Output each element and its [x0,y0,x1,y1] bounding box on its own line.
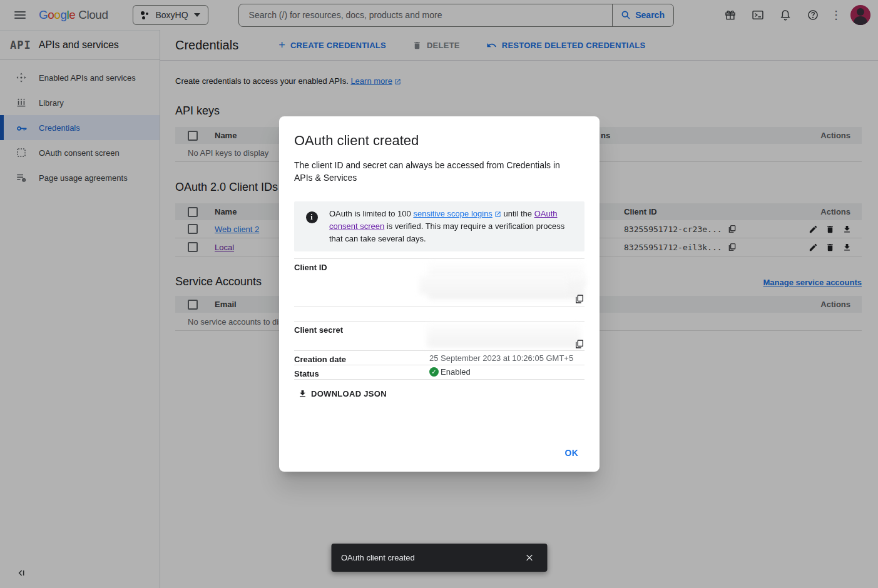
redacted-client-id [568,275,586,285]
download-json-button[interactable]: DOWNLOAD JSON [298,389,387,398]
creation-date-row: Creation date 25 September 2023 at 10:26… [294,350,584,365]
sensitive-scope-logins-link[interactable]: sensitive scope logins [413,209,501,218]
creation-date-value: 25 September 2023 at 10:26:05 GMT+5 [429,353,573,363]
client-id-label: Client ID [294,263,327,272]
status-label: Status [294,369,319,378]
oauth-limit-notice: i OAuth is limited to 100 sensitive scop… [294,201,584,251]
spacer-row [294,307,584,321]
info-icon: i [306,211,318,223]
copy-icon[interactable] [574,339,584,349]
download-json-label: DOWNLOAD JSON [311,389,387,398]
oauth-client-created-dialog: OAuth client created The client ID and s… [279,116,600,472]
close-icon[interactable] [518,547,541,569]
client-secret-row: Client secret [294,321,584,350]
client-secret-label: Client secret [294,325,343,335]
download-icon [298,389,307,398]
status-check-icon: ✓ [429,367,439,377]
redacted-client-id [419,275,569,294]
dialog-title: OAuth client created [294,133,584,149]
status-value: Enabled [441,367,471,377]
notice-text: until the [501,209,534,218]
ok-button[interactable]: OK [560,444,584,462]
creation-date-label: Creation date [294,355,346,364]
toast-snackbar: OAuth client created [331,544,547,572]
notice-text: OAuth is limited to 100 [329,209,413,218]
client-id-row: Client ID [294,258,584,307]
external-link-icon [494,211,501,218]
copy-icon[interactable] [574,294,584,304]
redacted-client-secret [427,324,581,347]
toast-message: OAuth client created [341,553,518,562]
status-row: Status ✓ Enabled [294,365,584,380]
client-details: Client ID Client secret Creation date 25… [294,258,584,380]
dialog-subtitle: The client ID and secret can always be a… [294,159,584,184]
